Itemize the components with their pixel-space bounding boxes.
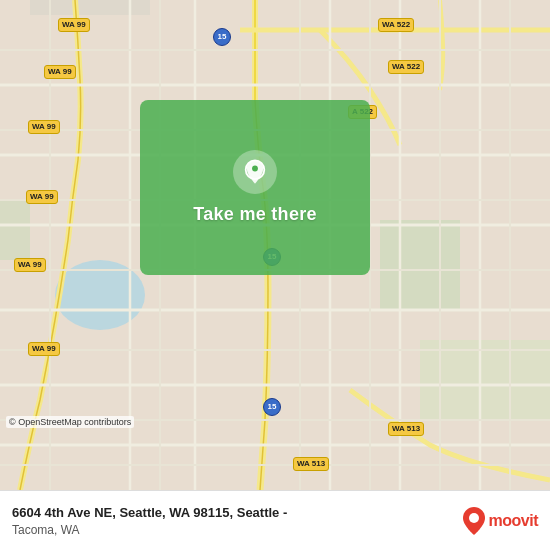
map-container: WA 99 WA 99 WA 99 WA 99 WA 99 WA 99 15 1… [0, 0, 550, 490]
info-bar: 6604 4th Ave NE, Seattle, WA 98115, Seat… [0, 490, 550, 550]
road-badge-wa99-4: WA 99 [26, 190, 58, 204]
road-badge-wa522-1: WA 522 [378, 18, 414, 32]
pin-svg [241, 158, 269, 186]
road-badge-wa99-2: WA 99 [44, 65, 76, 79]
take-me-there-button[interactable]: Take me there [193, 204, 317, 225]
road-badge-wa513-1: WA 513 [388, 422, 424, 436]
moovit-text: moovit [489, 512, 538, 530]
address-line: 6604 4th Ave NE, Seattle, WA 98115, Seat… [12, 504, 463, 522]
road-badge-i15-1: 15 [213, 28, 231, 46]
address-info: 6604 4th Ave NE, Seattle, WA 98115, Seat… [12, 504, 463, 536]
svg-rect-6 [30, 0, 150, 15]
destination-overlay: Take me there [140, 100, 370, 275]
svg-rect-4 [0, 200, 30, 260]
svg-rect-3 [380, 220, 460, 310]
location-pin [233, 150, 277, 194]
moovit-pin-icon [463, 507, 485, 535]
svg-point-36 [252, 166, 258, 172]
road-badge-wa99-1: WA 99 [58, 18, 90, 32]
road-badge-i15-3: 15 [263, 398, 281, 416]
svg-point-37 [469, 513, 479, 523]
moovit-logo: moovit [463, 507, 538, 535]
osm-credit: © OpenStreetMap contributors [6, 416, 134, 428]
road-badge-wa513-2: WA 513 [293, 457, 329, 471]
city-line: Tacoma, WA [12, 523, 463, 537]
road-badge-wa99-3: WA 99 [28, 120, 60, 134]
road-badge-wa99-5: WA 99 [14, 258, 46, 272]
road-badge-wa522-2: WA 522 [388, 60, 424, 74]
road-badge-wa99-6: WA 99 [28, 342, 60, 356]
